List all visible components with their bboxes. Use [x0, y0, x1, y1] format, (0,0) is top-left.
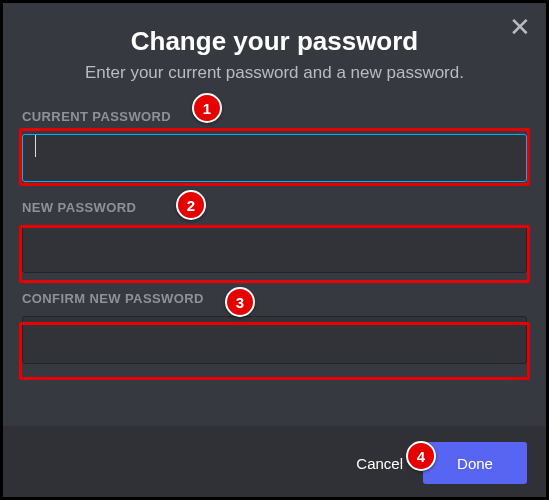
label-new-password: NEW PASSWORD	[22, 200, 527, 215]
callout-badge: 4	[406, 441, 436, 471]
label-confirm-password: CONFIRM NEW PASSWORD	[22, 291, 527, 306]
field-confirm-password: CONFIRM NEW PASSWORD	[22, 291, 527, 364]
callout-badge: 2	[176, 190, 206, 220]
close-icon[interactable]: ✕	[509, 14, 531, 40]
confirm-password-input[interactable]	[22, 316, 527, 364]
field-current-password: CURRENT PASSWORD	[22, 109, 527, 182]
field-new-password: NEW PASSWORD	[22, 200, 527, 273]
change-password-modal: ✕ Change your password Enter your curren…	[0, 0, 549, 500]
cancel-button[interactable]: Cancel	[356, 455, 403, 472]
done-button[interactable]: Done	[423, 442, 527, 484]
modal-footer: Cancel Done	[0, 426, 549, 500]
label-current-password: CURRENT PASSWORD	[22, 109, 527, 124]
callout-badge: 3	[225, 287, 255, 317]
modal-subtitle: Enter your current password and a new pa…	[22, 63, 527, 83]
new-password-input[interactable]	[22, 225, 527, 273]
current-password-input[interactable]	[22, 134, 527, 182]
callout-badge: 1	[192, 93, 222, 123]
modal-title: Change your password	[22, 26, 527, 57]
